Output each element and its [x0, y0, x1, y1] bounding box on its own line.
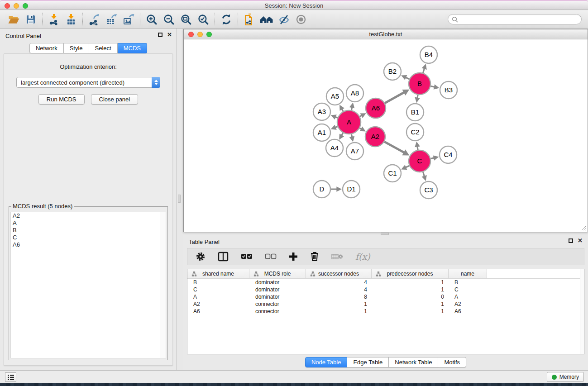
table-row[interactable]: Bdominator41B	[187, 279, 584, 286]
edge-a-a4[interactable]	[339, 133, 344, 140]
hide-selected-button[interactable]	[277, 13, 291, 26]
export-image-button[interactable]	[121, 13, 136, 26]
edge-a-a5[interactable]	[339, 105, 344, 111]
node-b[interactable]: B	[409, 73, 430, 95]
node-a1[interactable]: A1	[313, 124, 330, 141]
zoom-out-button[interactable]	[162, 13, 176, 26]
edge-b-b3[interactable]	[430, 84, 439, 89]
node-c4[interactable]: C4	[440, 146, 457, 163]
tab-mcds[interactable]: MCDS	[118, 43, 147, 53]
node-a7[interactable]: A7	[346, 143, 363, 160]
function-builder-button[interactable]: f(x)	[355, 251, 370, 262]
result-scrollbar[interactable]	[160, 212, 166, 358]
tab-style[interactable]: Style	[64, 43, 89, 53]
memory-button[interactable]: Memory	[547, 372, 584, 382]
column-header-successor-nodes[interactable]: successor nodes	[306, 269, 372, 278]
node-c[interactable]: C	[409, 150, 430, 172]
import-table-button[interactable]	[64, 13, 78, 26]
node-b2[interactable]: B2	[384, 63, 401, 80]
node-a6[interactable]: A6	[366, 98, 386, 118]
result-item[interactable]: A	[11, 219, 166, 227]
node-a8[interactable]: A8	[346, 85, 363, 102]
zoom-fit-button[interactable]	[179, 13, 193, 26]
run-mcds-button[interactable]: Run MCDS	[38, 94, 85, 105]
node-a5[interactable]: A5	[326, 88, 344, 105]
edge-a-a8[interactable]	[349, 103, 355, 110]
edge-d-d1[interactable]	[331, 186, 342, 191]
edge-c-c1[interactable]	[401, 165, 409, 170]
close-panel-button[interactable]: Close panel	[91, 94, 139, 105]
network-canvas[interactable]: AA1A2A3A4A5A6A7A8BB1B2B3B4CC1C2C3C4DD1	[184, 39, 588, 232]
table-scrollbar[interactable]	[580, 269, 584, 354]
node-a4[interactable]: A4	[326, 139, 343, 157]
edge-b-b1[interactable]	[415, 95, 420, 103]
node-d1[interactable]: D1	[343, 181, 360, 198]
node-c2[interactable]: C2	[406, 124, 424, 141]
edge-a-a7[interactable]	[349, 134, 355, 142]
node-b1[interactable]: B1	[406, 104, 424, 121]
open-session-button[interactable]	[6, 13, 21, 26]
edge-a2-c[interactable]	[384, 142, 409, 155]
import-network-button[interactable]	[47, 13, 61, 26]
refresh-view-button[interactable]	[219, 13, 234, 26]
edge-c-c3[interactable]	[422, 172, 427, 181]
node-a3[interactable]: A3	[313, 103, 330, 120]
edge-a6-b[interactable]	[385, 90, 409, 103]
table-row[interactable]: A2connector11A2	[187, 300, 584, 308]
result-item[interactable]: C	[11, 234, 166, 241]
node-a[interactable]: A	[337, 110, 361, 134]
tab-network-table[interactable]: Network Table	[389, 357, 438, 367]
result-item[interactable]: B	[11, 227, 166, 234]
tab-network[interactable]: Network	[29, 43, 64, 53]
table-settings-button[interactable]	[196, 251, 206, 262]
search-input[interactable]	[458, 16, 578, 23]
tab-motifs[interactable]: Motifs	[438, 357, 466, 367]
table-row[interactable]: Cdominator41C	[187, 286, 584, 293]
result-item[interactable]: A2	[11, 212, 166, 219]
node-d[interactable]: D	[313, 181, 330, 198]
node-b4[interactable]: B4	[420, 46, 437, 63]
close-table-panel-icon[interactable]: ✕	[578, 238, 583, 243]
vertical-split-handle[interactable]	[178, 195, 181, 203]
tab-select[interactable]: Select	[89, 43, 118, 53]
save-session-button[interactable]	[24, 13, 38, 26]
export-network-button[interactable]	[87, 13, 101, 26]
resize-grip-icon[interactable]	[581, 225, 587, 231]
delete-rows-button[interactable]	[310, 251, 319, 262]
tab-node-table[interactable]: Node Table	[305, 357, 348, 367]
zoom-selected-button[interactable]	[196, 13, 210, 26]
zoom-in-button[interactable]	[144, 13, 159, 26]
delete-table-button[interactable]	[331, 251, 343, 262]
edge-a-a3[interactable]	[331, 114, 338, 119]
select-all-button[interactable]	[241, 251, 253, 262]
close-panel-icon[interactable]: ✕	[167, 33, 172, 37]
edge-b-b2[interactable]	[401, 75, 409, 80]
add-row-button[interactable]	[289, 251, 298, 262]
edge-a-a6[interactable]	[360, 113, 366, 118]
float-panel-icon[interactable]	[158, 33, 163, 37]
deselect-all-button[interactable]	[265, 251, 277, 262]
edge-a-a1[interactable]	[331, 125, 338, 130]
column-header-mcds-role[interactable]: MCDS role	[249, 269, 306, 278]
tab-edge-table[interactable]: Edge Table	[347, 357, 389, 367]
table-row[interactable]: Adominator80A	[187, 293, 584, 300]
float-table-panel-icon[interactable]	[569, 238, 573, 243]
node-c3[interactable]: C3	[420, 181, 437, 199]
column-header-predecessor-nodes[interactable]: predecessor nodes	[372, 269, 449, 278]
table-row[interactable]: A6connector11A6	[187, 308, 584, 315]
criterion-dropdown[interactable]: largest connected component (directed)	[16, 77, 160, 88]
new-network-button[interactable]	[242, 13, 257, 26]
node-c1[interactable]: C1	[384, 165, 401, 182]
column-header-shared-name[interactable]: shared name	[187, 269, 249, 278]
task-history-button[interactable]	[5, 372, 16, 382]
edge-c-c4[interactable]	[430, 155, 439, 160]
edge-c-c2[interactable]	[415, 142, 420, 150]
horizontal-split-handle[interactable]	[381, 233, 389, 235]
show-all-networks-button[interactable]	[259, 13, 274, 26]
export-table-button[interactable]	[104, 13, 119, 26]
show-columns-button[interactable]	[218, 251, 229, 262]
edge-a-a2[interactable]	[360, 127, 366, 132]
edge-b-b4[interactable]	[422, 64, 427, 73]
column-header-name[interactable]: name	[449, 269, 487, 278]
result-item[interactable]: A6	[11, 241, 166, 248]
